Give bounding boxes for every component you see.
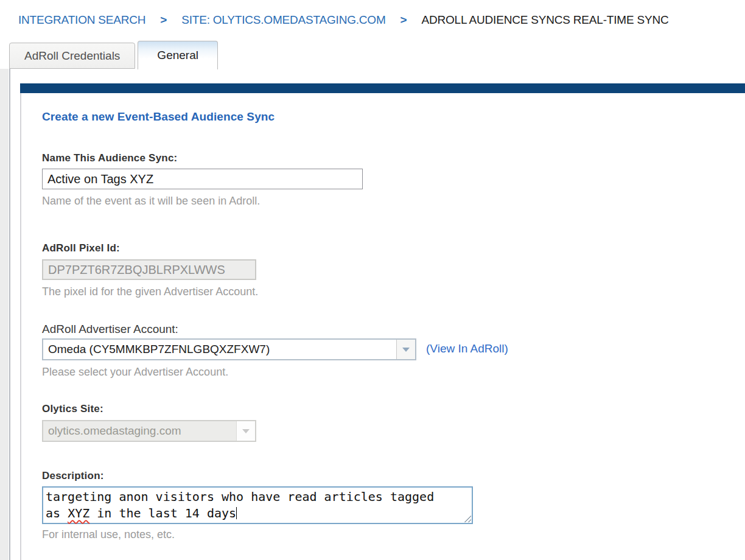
pixel-id-helper: The pixel id for the given Advertiser Ac… xyxy=(42,285,721,298)
advertiser-account-dropdown-button[interactable] xyxy=(396,340,415,359)
description-line2-text: as xyxy=(46,506,68,520)
description-line-2: as XYZ in the last 14 days xyxy=(46,505,469,522)
description-misspelled-word: XYZ xyxy=(68,506,89,520)
advertiser-account-dropdown[interactable]: Omeda (CY5MMKBP7ZFNLGBQXZFXW7) xyxy=(42,338,416,360)
breadcrumb-separator-icon: > xyxy=(160,13,167,27)
breadcrumb-link-integration-search[interactable]: INTEGRATION SEARCH xyxy=(18,13,145,27)
olytics-site-dropdown-button xyxy=(236,421,255,441)
description-helper: For internal use, notes, etc. xyxy=(42,528,721,541)
field-olytics-site: Olytics Site: olytics.omedastaging.com xyxy=(42,402,721,442)
advertiser-account-helper: Please select your Advertiser Account. xyxy=(42,365,721,379)
description-textarea[interactable]: targeting anon visitors who have read ar… xyxy=(42,486,473,524)
name-sync-helper: Name of the event as it will be seen in … xyxy=(42,194,721,208)
advertiser-account-value: Omeda (CY5MMKBP7ZFNLGBQXZFXW7) xyxy=(43,340,396,359)
name-sync-input[interactable] xyxy=(42,169,363,189)
form-card: Create a new Event-Based Audience Sync N… xyxy=(20,83,745,560)
tab-bar: AdRoll Credentials General xyxy=(9,40,745,69)
advertiser-account-label: AdRoll Advertiser Account: xyxy=(42,323,721,336)
tab-content-panel: Create a new Event-Based Audience Sync N… xyxy=(9,69,745,560)
chevron-down-icon xyxy=(242,429,250,433)
description-line2-text: in the last 14 days xyxy=(89,506,236,520)
field-description: Description: targeting anon visitors who… xyxy=(42,469,721,541)
field-name-sync: Name This Audience Sync: Name of the eve… xyxy=(42,152,721,208)
card-body: Create a new Event-Based Audience Sync N… xyxy=(20,93,745,560)
description-label: Description: xyxy=(42,469,721,483)
chevron-down-icon xyxy=(402,348,410,352)
breadcrumb-link-site[interactable]: SITE: OLYTICS.OMEDASTAGING.COM xyxy=(181,13,385,27)
olytics-site-value: olytics.omedastaging.com xyxy=(43,421,236,441)
olytics-site-dropdown: olytics.omedastaging.com xyxy=(42,420,256,442)
card-accent-bar xyxy=(20,83,745,93)
field-advertiser-account: AdRoll Advertiser Account: Omeda (CY5MMK… xyxy=(42,323,721,379)
tab-adroll-credentials[interactable]: AdRoll Credentials xyxy=(9,43,135,69)
olytics-site-label: Olytics Site: xyxy=(42,402,721,416)
view-in-adroll-link[interactable]: (View In AdRoll) xyxy=(426,342,508,355)
text-caret-icon xyxy=(236,507,237,519)
page-background-strip xyxy=(0,69,9,560)
field-pixel-id: AdRoll Pixel Id: The pixel id for the gi… xyxy=(42,242,721,298)
page-title: Create a new Event-Based Audience Sync xyxy=(42,110,721,124)
pixel-id-label: AdRoll Pixel Id: xyxy=(42,242,721,255)
name-sync-label: Name This Audience Sync: xyxy=(42,152,721,165)
breadcrumb-separator-icon: > xyxy=(400,13,407,27)
advertiser-account-row: Omeda (CY5MMKBP7ZFNLGBQXZFXW7) (View In … xyxy=(42,336,721,360)
breadcrumb: INTEGRATION SEARCH > SITE: OLYTICS.OMEDA… xyxy=(0,0,745,40)
tab-general-label: General xyxy=(157,49,198,61)
tab-general[interactable]: General xyxy=(138,41,218,69)
breadcrumb-current-page: ADROLL AUDIENCE SYNCS REAL-TIME SYNC xyxy=(421,13,668,27)
tab-adroll-credentials-label: AdRoll Credentials xyxy=(24,49,120,62)
description-line-1: targeting anon visitors who have read ar… xyxy=(46,489,469,505)
pixel-id-input xyxy=(42,259,256,280)
